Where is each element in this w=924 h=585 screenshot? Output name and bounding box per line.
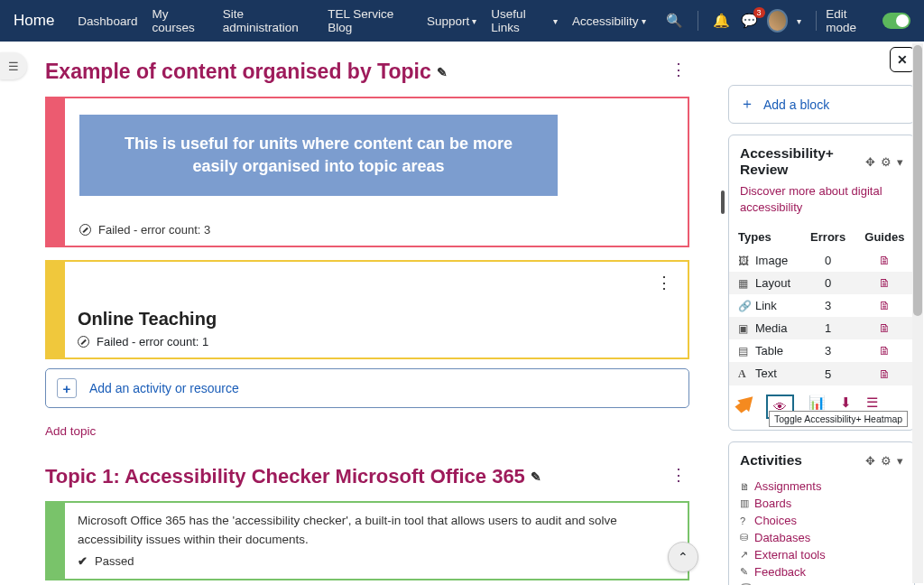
- prohibited-icon: [79, 224, 91, 236]
- guide-link[interactable]: 🗎: [855, 272, 914, 294]
- section-menu[interactable]: ⋮: [667, 465, 689, 485]
- table-row: ▤Table3🗎: [729, 339, 914, 362]
- activity-boards[interactable]: ▥Boards: [740, 495, 903, 512]
- section-title-topic-example[interactable]: Example of content organised by Topic✎: [45, 60, 448, 84]
- user-menu-caret[interactable]: ▾: [797, 16, 801, 26]
- right-sidebar: ✕ ＋ Add a block Accessibility+ Review ✥ …: [721, 42, 924, 585]
- status-failed: Failed - error count: 3: [79, 223, 673, 237]
- add-block-button[interactable]: ＋ Add a block: [728, 85, 915, 124]
- edit-mode-label: Edit mode: [826, 7, 875, 34]
- section-menu[interactable]: ⋮: [667, 60, 689, 79]
- move-icon[interactable]: ✥: [865, 454, 875, 468]
- add-topic-link[interactable]: Add topic: [45, 424, 689, 438]
- nav-tel-blog[interactable]: TEL Service Blog: [328, 7, 412, 34]
- guide-link[interactable]: 🗎: [855, 362, 914, 385]
- check-icon: ✔: [78, 552, 88, 571]
- nav-dashboard[interactable]: Dashboard: [78, 14, 137, 28]
- guide-link[interactable]: 🗎: [855, 249, 914, 272]
- scroll-top-button[interactable]: ⌃: [668, 542, 698, 572]
- text-icon: A: [738, 367, 751, 381]
- nav-support[interactable]: Support▾: [427, 14, 476, 28]
- block-title: Accessibility+ Review: [740, 145, 860, 178]
- nav-mycourses[interactable]: My courses: [152, 7, 208, 34]
- chevron-down-icon: ▾: [472, 16, 476, 26]
- scrollbar[interactable]: [912, 43, 923, 583]
- activity-feedback[interactable]: ✎Feedback: [740, 563, 903, 580]
- prohibited-icon: [78, 336, 89, 348]
- database-icon: ⛁: [740, 532, 754, 543]
- discover-link[interactable]: Discover more about digital accessibilit…: [729, 183, 914, 225]
- guide-link[interactable]: 🗎: [855, 294, 914, 317]
- nav-useful-links[interactable]: Useful Links▾: [491, 7, 558, 34]
- gear-icon[interactable]: ⚙: [881, 155, 892, 169]
- activity-assignments[interactable]: 🗎Assignments: [740, 478, 903, 495]
- table-row: 🔗Link3🗎: [729, 294, 914, 317]
- chevron-down-icon[interactable]: ▾: [897, 155, 903, 169]
- pencil-icon[interactable]: ✎: [531, 469, 541, 484]
- card-failed-intro: This is useful for units where content c…: [45, 97, 689, 247]
- activity-databases[interactable]: ⛁Databases: [740, 529, 903, 546]
- card-text: Microsoft Office 365 has the 'accessibil…: [78, 512, 675, 549]
- drawer-toggle[interactable]: ☰: [0, 52, 27, 79]
- guide-link[interactable]: 🗎: [855, 317, 914, 339]
- nav-siteadmin[interactable]: Site administration: [223, 7, 313, 34]
- th-guides: Guides: [855, 225, 914, 249]
- block-activities: Activities ✥ ⚙ ▾ 🗎Assignments ▥Boards ?C…: [728, 441, 915, 585]
- file-icon: 🗎: [740, 481, 754, 492]
- section-title-topic1[interactable]: Topic 1: Accessibility Checker Microsoft…: [45, 465, 541, 488]
- card-online-teaching: ⋮ Online Teaching Failed - error count: …: [45, 260, 689, 359]
- accessibility-table: Types Errors Guides 🖼Image0🗎 ▦Layout0🗎 🔗…: [729, 225, 914, 385]
- drawer-handle[interactable]: [721, 190, 725, 214]
- gear-icon[interactable]: ⚙: [881, 454, 892, 468]
- chat-icon[interactable]: 💬3: [741, 13, 758, 29]
- table-row: 🖼Image0🗎: [729, 249, 914, 272]
- media-icon: ▣: [738, 322, 751, 335]
- activity-choices[interactable]: ?Choices: [740, 512, 903, 529]
- th-errors: Errors: [801, 225, 855, 249]
- nav-accessibility[interactable]: Accessibility▾: [572, 14, 646, 28]
- add-activity-button[interactable]: + Add an activity or resource: [45, 368, 689, 408]
- plus-icon: +: [57, 378, 77, 398]
- status-passed: ✔ Passed: [78, 552, 675, 571]
- bell-icon[interactable]: 🔔: [713, 13, 730, 29]
- card-passed-office365: Microsoft Office 365 has the 'accessibil…: [45, 501, 689, 580]
- table-row: ▦Layout0🗎: [729, 272, 914, 294]
- avatar[interactable]: [767, 9, 789, 32]
- plus-icon: ＋: [740, 95, 754, 114]
- brand-home[interactable]: Home: [14, 12, 54, 30]
- layout-icon: ▦: [738, 277, 751, 290]
- chevron-down-icon: ▾: [553, 16, 558, 26]
- search-icon[interactable]: 🔍: [666, 13, 683, 29]
- table-row: ▣Media1🗎: [729, 317, 914, 339]
- chevron-down-icon: ▾: [642, 16, 646, 26]
- board-icon: ▥: [740, 497, 754, 509]
- guide-link[interactable]: 🗎: [855, 339, 914, 362]
- link-icon: 🔗: [738, 300, 751, 312]
- top-nav: Home Dashboard My courses Site administr…: [0, 0, 924, 42]
- activity-title[interactable]: Online Teaching: [78, 309, 675, 330]
- scrollbar-thumb[interactable]: [913, 45, 922, 316]
- heatmap-tooltip: Toggle Accessibility+ Heatmap: [769, 411, 908, 427]
- close-drawer-button[interactable]: ✕: [890, 47, 915, 72]
- block-accessibility-review: Accessibility+ Review ✥ ⚙ ▾ Discover mor…: [728, 135, 915, 431]
- feedback-icon: ✎: [740, 566, 754, 578]
- edit-mode-toggle[interactable]: [882, 13, 910, 29]
- block-title: Activities: [740, 452, 860, 469]
- notification-badge: 3: [753, 7, 765, 18]
- external-icon: ↗: [740, 549, 754, 561]
- image-icon: 🖼: [738, 255, 751, 267]
- table-icon: ▤: [738, 345, 751, 358]
- activity-external-tools[interactable]: ↗External tools: [740, 546, 903, 563]
- chevron-down-icon[interactable]: ▾: [897, 454, 903, 468]
- th-types: Types: [729, 225, 801, 249]
- table-row: AText5🗎: [729, 362, 914, 385]
- status-failed-2: Failed - error count: 1: [78, 335, 675, 348]
- main-content: Example of content organised by Topic✎ ⋮…: [0, 42, 721, 585]
- choice-icon: ?: [740, 515, 754, 526]
- intro-banner: This is useful for units where content c…: [79, 115, 558, 196]
- activity-menu[interactable]: ⋮: [652, 273, 675, 292]
- activity-forums[interactable]: 💬Forums: [740, 580, 903, 585]
- pencil-icon[interactable]: ✎: [437, 65, 448, 79]
- move-icon[interactable]: ✥: [865, 155, 875, 169]
